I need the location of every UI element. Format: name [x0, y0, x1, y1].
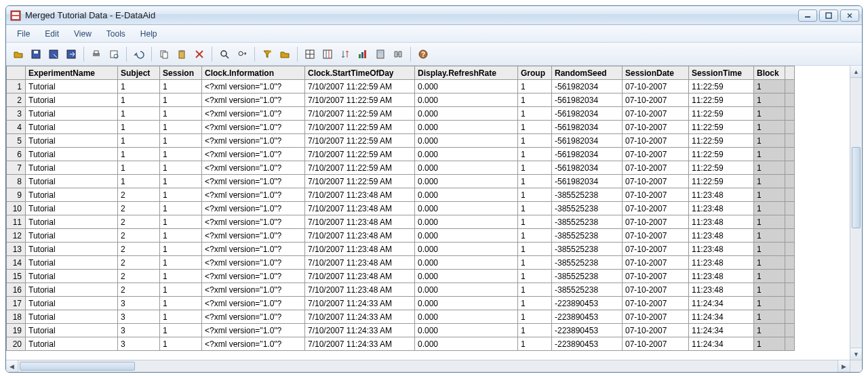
cell[interactable]: 1: [518, 161, 552, 175]
cell[interactable]: 07-10-2007: [623, 80, 689, 93]
row-number[interactable]: 9: [7, 188, 26, 202]
minimize-button[interactable]: [798, 9, 817, 22]
cell[interactable]: <?xml version="1.0"?: [202, 93, 305, 107]
cell[interactable]: 0.000: [415, 297, 518, 310]
row-number[interactable]: 6: [7, 148, 26, 161]
cell[interactable]: 7/10/2007 11:24:33 AM: [305, 324, 415, 337]
cell[interactable]: 2: [118, 256, 160, 270]
cell[interactable]: 1: [518, 283, 552, 297]
row-number[interactable]: 1: [7, 80, 26, 93]
table-row[interactable]: 19Tutorial31<?xml version="1.0"?7/10/200…: [7, 324, 795, 337]
cell[interactable]: <?xml version="1.0"?: [202, 337, 305, 351]
cell[interactable]: 07-10-2007: [623, 148, 689, 161]
cell[interactable]: Tutorial: [26, 337, 118, 351]
cell[interactable]: <?xml version="1.0"?: [202, 215, 305, 229]
cell[interactable]: 1: [518, 215, 552, 229]
row-number[interactable]: 4: [7, 121, 26, 134]
cell[interactable]: -561982034: [552, 121, 623, 134]
cell[interactable]: 11:22:59: [689, 80, 754, 93]
title-bar[interactable]: Merged Tutorial Data - E-DataAid: [6, 6, 862, 25]
cell[interactable]: 1: [518, 256, 552, 270]
copy-icon[interactable]: [156, 46, 172, 62]
scroll-up-button[interactable]: ▲: [850, 66, 862, 78]
grid-icon[interactable]: [302, 46, 318, 62]
cell[interactable]: 1: [754, 188, 785, 202]
cell[interactable]: 1: [160, 337, 202, 351]
cell[interactable]: 11:24:34: [689, 310, 754, 324]
cell[interactable]: 1: [160, 215, 202, 229]
column-header[interactable]: Block: [754, 66, 785, 80]
cell[interactable]: 2: [118, 229, 160, 243]
cell[interactable]: 11:23:48: [689, 202, 754, 215]
cell[interactable]: 0.000: [415, 324, 518, 337]
cell[interactable]: 11:24:34: [689, 324, 754, 337]
cell[interactable]: <?xml version="1.0"?: [202, 188, 305, 202]
cell[interactable]: 3: [118, 297, 160, 310]
folder-icon[interactable]: [277, 46, 293, 62]
cell[interactable]: -561982034: [552, 107, 623, 121]
row-number[interactable]: 11: [7, 215, 26, 229]
cell[interactable]: 1: [160, 270, 202, 283]
cell[interactable]: Tutorial: [26, 270, 118, 283]
column-header[interactable]: ExperimentName: [26, 66, 118, 80]
cell[interactable]: 1: [518, 310, 552, 324]
table-row[interactable]: 9Tutorial21<?xml version="1.0"?7/10/2007…: [7, 188, 795, 202]
cell[interactable]: -385525238: [552, 215, 623, 229]
table-row[interactable]: 7Tutorial11<?xml version="1.0"?7/10/2007…: [7, 161, 795, 175]
table-row[interactable]: 17Tutorial31<?xml version="1.0"?7/10/200…: [7, 297, 795, 310]
cell[interactable]: Tutorial: [26, 215, 118, 229]
cell[interactable]: 1: [518, 243, 552, 256]
cell[interactable]: 11:22:59: [689, 175, 754, 188]
scroll-right-button[interactable]: ▶: [837, 360, 850, 372]
cell[interactable]: 1: [518, 121, 552, 134]
column-header[interactable]: RandomSeed: [552, 66, 623, 80]
print-preview-icon[interactable]: [106, 46, 122, 62]
cell[interactable]: 11:24:34: [689, 337, 754, 351]
table-row[interactable]: 2Tutorial11<?xml version="1.0"?7/10/2007…: [7, 93, 795, 107]
row-number[interactable]: 16: [7, 283, 26, 297]
data-grid[interactable]: ExperimentNameSubjectSessionClock.Inform…: [6, 66, 795, 351]
column-header[interactable]: SessionDate: [623, 66, 689, 80]
cell[interactable]: -385525238: [552, 256, 623, 270]
cell[interactable]: Tutorial: [26, 121, 118, 134]
cell[interactable]: -561982034: [552, 175, 623, 188]
cell[interactable]: 1: [518, 202, 552, 215]
column-header[interactable]: Clock.StartTimeOfDay: [305, 66, 415, 80]
menu-tools[interactable]: Tools: [100, 27, 132, 41]
table-row[interactable]: 5Tutorial11<?xml version="1.0"?7/10/2007…: [7, 134, 795, 148]
cell[interactable]: 2: [118, 215, 160, 229]
scroll-cue-column[interactable]: [785, 66, 795, 80]
cell[interactable]: 11:22:59: [689, 121, 754, 134]
cell[interactable]: 3: [118, 324, 160, 337]
menu-view[interactable]: View: [67, 27, 98, 41]
cell[interactable]: 1: [754, 310, 785, 324]
table-row[interactable]: 10Tutorial21<?xml version="1.0"?7/10/200…: [7, 202, 795, 215]
cell[interactable]: 7/10/2007 11:22:59 AM: [305, 175, 415, 188]
cell[interactable]: 1: [754, 270, 785, 283]
cell[interactable]: 7/10/2007 11:22:59 AM: [305, 148, 415, 161]
row-number[interactable]: 18: [7, 310, 26, 324]
cell[interactable]: 7/10/2007 11:22:59 AM: [305, 80, 415, 93]
cell[interactable]: 1: [518, 270, 552, 283]
cell[interactable]: 11:23:48: [689, 270, 754, 283]
cell[interactable]: 1: [160, 283, 202, 297]
cell[interactable]: 11:22:59: [689, 161, 754, 175]
cell[interactable]: 1: [118, 148, 160, 161]
cell[interactable]: 1: [160, 161, 202, 175]
column-header[interactable]: Group: [518, 66, 552, 80]
cell[interactable]: Tutorial: [26, 188, 118, 202]
cell[interactable]: Tutorial: [26, 243, 118, 256]
cell[interactable]: 7/10/2007 11:23:48 AM: [305, 215, 415, 229]
open-icon[interactable]: [10, 46, 26, 62]
cell[interactable]: 1: [754, 202, 785, 215]
row-number[interactable]: 2: [7, 93, 26, 107]
cell[interactable]: <?xml version="1.0"?: [202, 107, 305, 121]
cell[interactable]: 11:24:34: [689, 297, 754, 310]
cell[interactable]: <?xml version="1.0"?: [202, 229, 305, 243]
cell[interactable]: 0.000: [415, 80, 518, 93]
cell[interactable]: 7/10/2007 11:22:59 AM: [305, 161, 415, 175]
cell[interactable]: -385525238: [552, 229, 623, 243]
filter-icon[interactable]: [259, 46, 275, 62]
cell[interactable]: 2: [118, 243, 160, 256]
cell[interactable]: 7/10/2007 11:23:48 AM: [305, 243, 415, 256]
